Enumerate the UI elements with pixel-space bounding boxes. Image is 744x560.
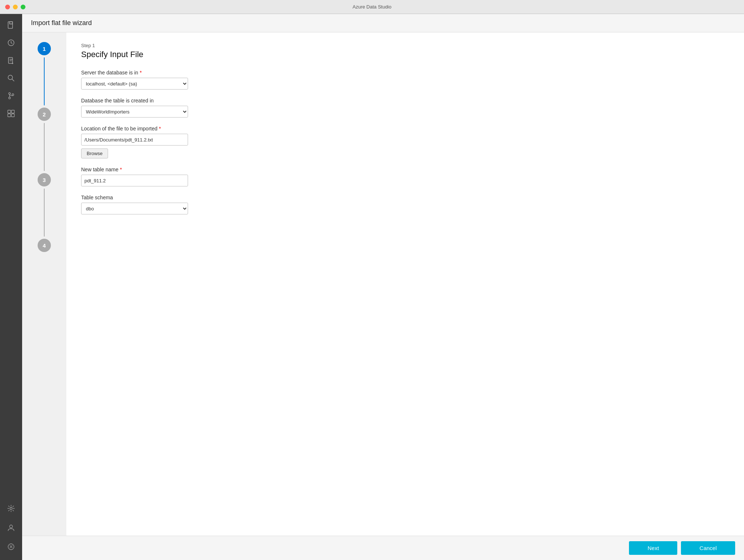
wizard-header: Import flat file wizard xyxy=(22,14,744,32)
table-name-input[interactable] xyxy=(81,175,188,186)
svg-rect-3 xyxy=(8,57,13,63)
svg-rect-8 xyxy=(8,110,11,113)
svg-rect-10 xyxy=(8,114,11,117)
step-3-circle: 3 xyxy=(38,173,51,186)
settings-icon[interactable] xyxy=(3,500,19,517)
svg-point-12 xyxy=(10,507,12,510)
next-button[interactable]: Next xyxy=(629,541,677,555)
wizard-title: Import flat file wizard xyxy=(31,19,92,27)
browse-button[interactable]: Browse xyxy=(81,148,108,158)
svg-rect-9 xyxy=(11,110,14,113)
svg-point-6 xyxy=(9,97,11,99)
step-line-3-4 xyxy=(44,189,45,237)
step-2: 2 xyxy=(38,105,51,123)
sidebar-item-files[interactable] xyxy=(3,17,19,33)
file-input[interactable] xyxy=(81,134,188,146)
table-name-label: New table name * xyxy=(81,167,729,172)
server-required: * xyxy=(140,70,142,76)
sidebar-item-extensions[interactable] xyxy=(3,105,19,122)
svg-point-5 xyxy=(9,93,11,95)
database-select[interactable]: WideWorldImporters xyxy=(81,106,188,118)
steps-sidebar: 1 2 3 4 xyxy=(22,32,66,536)
step-label: Step 1 xyxy=(81,43,729,48)
step-line-2-3 xyxy=(44,123,45,171)
wizard-footer: Next Cancel xyxy=(22,536,744,560)
app-title: Azure Data Studio xyxy=(352,4,392,10)
sidebar-item-git[interactable] xyxy=(3,88,19,104)
minimize-button[interactable] xyxy=(13,4,18,9)
error-icon[interactable] xyxy=(3,539,19,555)
cancel-button[interactable]: Cancel xyxy=(681,541,735,555)
step-line-1-2 xyxy=(44,57,45,105)
content-panel: Step 1 Specify Input File Server the dat… xyxy=(66,32,744,536)
database-section: Database the table is created in WideWor… xyxy=(81,98,729,118)
step-4: 4 xyxy=(38,237,51,254)
step-3: 3 xyxy=(38,171,51,189)
step-1: 1 xyxy=(38,40,51,57)
table-name-section: New table name * xyxy=(81,167,729,186)
account-icon[interactable] xyxy=(3,519,19,536)
step-4-circle: 4 xyxy=(38,239,51,252)
sidebar-item-search[interactable] xyxy=(3,70,19,86)
file-required: * xyxy=(159,126,161,132)
database-label: Database the table is created in xyxy=(81,98,729,104)
maximize-button[interactable] xyxy=(21,4,25,9)
server-label: Server the database is in * xyxy=(81,70,729,76)
server-section: Server the database is in * localhost, <… xyxy=(81,70,729,90)
sidebar-item-history[interactable] xyxy=(3,35,19,51)
activity-bar xyxy=(0,14,22,560)
schema-section: Table schema dbo xyxy=(81,195,729,214)
svg-rect-11 xyxy=(11,114,14,117)
file-label: Location of the file to be imported * xyxy=(81,126,729,132)
close-button[interactable] xyxy=(5,4,10,9)
schema-select[interactable]: dbo xyxy=(81,203,188,214)
step-1-circle: 1 xyxy=(38,42,51,55)
table-name-required: * xyxy=(120,167,122,172)
step-heading: Specify Input File xyxy=(81,50,729,59)
title-bar: Azure Data Studio xyxy=(0,0,744,14)
server-select[interactable]: localhost, <default> (sa) xyxy=(81,78,188,90)
step-2-circle: 2 xyxy=(38,108,51,121)
svg-point-13 xyxy=(10,525,13,528)
sidebar-item-newfile[interactable] xyxy=(3,52,19,69)
file-section: Location of the file to be imported * Br… xyxy=(81,126,729,158)
svg-point-7 xyxy=(12,94,14,96)
svg-rect-1 xyxy=(10,22,13,24)
schema-label: Table schema xyxy=(81,195,729,200)
window-controls[interactable] xyxy=(5,4,25,9)
